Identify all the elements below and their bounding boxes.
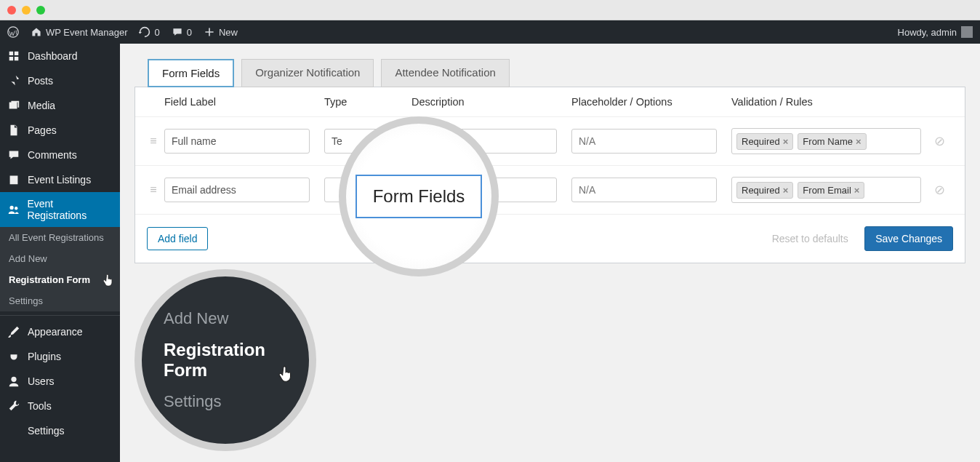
magnified-submenu-registration-form: Registration Form [164, 334, 309, 386]
pin-icon [7, 74, 20, 87]
tag-label: Required [742, 185, 780, 196]
plus-icon [204, 26, 215, 38]
sidebar-label: Comments [28, 149, 77, 161]
admin-sidebar: Dashboard Posts Media Pages Comments Eve… [0, 44, 120, 462]
brush-icon [7, 325, 20, 338]
users-icon [7, 203, 20, 216]
sidebar-item-plugins[interactable]: Plugins [0, 344, 120, 369]
submenu-add-new[interactable]: Add New [0, 248, 120, 269]
sidebar-label: Appearance [28, 326, 83, 338]
field-placeholder-input[interactable] [571, 129, 717, 154]
field-label-input[interactable] [164, 129, 310, 154]
updates-link[interactable]: 0 [139, 26, 159, 38]
validation-tag: From Name× [798, 133, 866, 150]
svg-point-1 [9, 206, 13, 210]
delete-row-icon[interactable]: ⊘ [928, 182, 950, 198]
new-link[interactable]: New [204, 26, 238, 38]
sidebar-item-tools[interactable]: Tools [0, 394, 120, 418]
tab-organizer-notification[interactable]: Organizer Notification [241, 59, 374, 87]
sidebar-label: Event Registrations [27, 198, 113, 221]
tag-label: Required [742, 136, 780, 147]
tab-attendee-notification[interactable]: Attendee Notification [381, 59, 509, 87]
sidebar-label: Media [28, 100, 55, 111]
home-icon [31, 26, 42, 38]
close-window-icon[interactable] [7, 6, 16, 15]
tabs: Form Fields Organizer Notification Atten… [148, 58, 965, 87]
sidebar-item-posts[interactable]: Posts [0, 68, 120, 93]
site-name: WP Event Manager [46, 27, 127, 38]
plug-icon [7, 350, 20, 363]
sidebar-label: Posts [28, 75, 53, 87]
magnified-submenu-add-new: Add New [164, 303, 309, 334]
submenu-settings[interactable]: Settings [0, 290, 120, 311]
submenu-label: Registration Form [9, 274, 90, 285]
drag-handle-icon[interactable]: ≡ [142, 183, 164, 196]
sidebar-item-event-registrations[interactable]: Event Registrations [0, 192, 120, 227]
window-titlebar [0, 0, 980, 20]
field-row: ≡ Required× From Email× ⊘ [135, 166, 965, 215]
sidebar-label: Dashboard [28, 50, 78, 62]
howdy-account[interactable]: Howdy, admin [898, 26, 973, 38]
validation-tag: Required× [736, 133, 793, 150]
site-name-link[interactable]: WP Event Manager [31, 26, 127, 38]
media-icon [7, 99, 20, 112]
avatar [961, 26, 973, 38]
comments-link[interactable]: 0 [172, 26, 192, 38]
sidebar-label: Tools [28, 400, 52, 412]
sidebar-item-pages[interactable]: Pages [0, 118, 120, 143]
sidebar-item-event-listings[interactable]: Event Listings [0, 167, 120, 192]
remove-tag-icon[interactable]: × [856, 136, 861, 147]
tag-label: From Email [803, 185, 851, 196]
dashboard-icon [7, 49, 20, 63]
remove-tag-icon[interactable]: × [783, 136, 789, 147]
updates-count: 0 [154, 27, 159, 38]
col-validation: Validation / Rules [731, 96, 950, 108]
sidebar-label: Pages [28, 124, 57, 136]
wordpress-icon [7, 26, 19, 38]
minimize-window-icon[interactable] [22, 6, 31, 15]
sidebar-item-media[interactable]: Media [0, 93, 120, 118]
drag-handle-icon[interactable]: ≡ [142, 135, 164, 148]
add-field-button[interactable]: Add field [147, 227, 208, 250]
wrench-icon [7, 399, 20, 413]
calendar-icon [7, 173, 20, 186]
validation-tags[interactable]: Required× From Email× [731, 177, 921, 203]
col-placeholder: Placeholder / Options [571, 96, 731, 108]
reset-defaults-link[interactable]: Reset to defaults [772, 233, 848, 244]
submenu-registration-form[interactable]: Registration Form [0, 269, 120, 290]
sliders-icon [7, 424, 20, 437]
sidebar-item-settings[interactable]: Settings [0, 418, 120, 443]
sidebar-item-users[interactable]: Users [0, 369, 120, 394]
maximize-window-icon[interactable] [36, 6, 45, 15]
sidebar-label: Settings [28, 425, 65, 437]
sidebar-label: Plugins [28, 351, 61, 362]
sidebar-label: Event Listings [28, 174, 91, 186]
comment-icon [172, 26, 183, 38]
tag-label: From Name [803, 136, 853, 147]
new-label: New [219, 27, 238, 38]
delete-row-icon[interactable]: ⊘ [928, 133, 950, 149]
save-changes-button[interactable]: Save Changes [864, 226, 953, 251]
tab-form-fields[interactable]: Form Fields [148, 59, 234, 87]
wp-logo[interactable] [7, 26, 19, 38]
updates-icon [139, 26, 150, 38]
submenu-all-event-registrations[interactable]: All Event Registrations [0, 227, 120, 248]
sidebar-item-comments[interactable]: Comments [0, 143, 120, 167]
form-fields-panel: Field Label Type Description Placeholder… [134, 87, 965, 263]
magnified-submenu-settings: Settings [164, 386, 309, 417]
svg-point-3 [11, 377, 16, 382]
col-description: Description [411, 96, 571, 108]
field-label-input[interactable] [164, 178, 310, 202]
sidebar-item-dashboard[interactable]: Dashboard [0, 44, 120, 68]
remove-tag-icon[interactable]: × [783, 185, 789, 196]
admin-bar: WP Event Manager 0 0 New Howdy, admin [0, 20, 980, 44]
field-placeholder-input[interactable] [571, 178, 717, 202]
validation-tags[interactable]: Required× From Name× [731, 128, 921, 154]
remove-tag-icon[interactable]: × [854, 185, 860, 196]
field-row: ≡ Required× From Name× ⊘ [135, 117, 965, 166]
howdy-text: Howdy, admin [898, 27, 957, 38]
pointer-hand-icon [101, 274, 116, 290]
sidebar-item-appearance[interactable]: Appearance [0, 319, 120, 344]
column-headers: Field Label Type Description Placeholder… [135, 87, 965, 117]
magnified-label: Registration Form [164, 340, 265, 380]
